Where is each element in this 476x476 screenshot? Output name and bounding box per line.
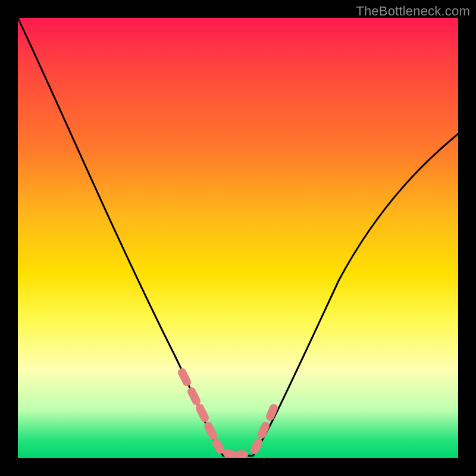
highlight-markers	[182, 372, 274, 455]
watermark-text: TheBottleneck.com	[356, 4, 470, 19]
svg-line-3	[208, 426, 213, 436]
svg-line-5	[227, 453, 232, 455]
svg-line-4	[217, 443, 220, 450]
bottleneck-curve	[18, 18, 458, 456]
svg-line-0	[182, 372, 187, 382]
svg-line-2	[200, 408, 205, 418]
svg-line-7	[255, 443, 258, 450]
curve-layer	[18, 18, 458, 458]
plot-area	[18, 18, 458, 458]
chart-frame: TheBottleneck.com	[0, 0, 476, 476]
svg-line-1	[192, 392, 196, 401]
svg-line-9	[270, 408, 274, 416]
svg-line-8	[262, 426, 265, 434]
